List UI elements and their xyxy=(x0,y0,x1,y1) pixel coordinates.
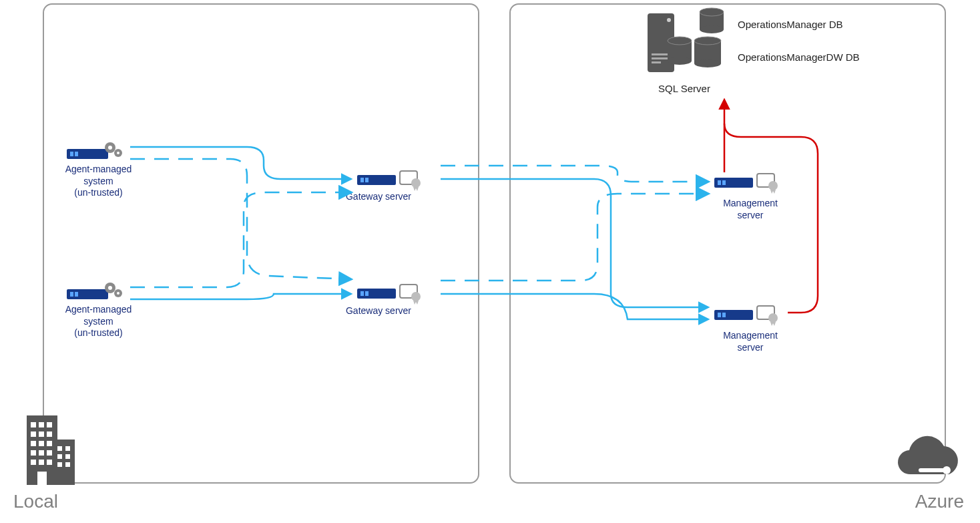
mgmt2-label: Management server xyxy=(710,330,790,353)
zone-azure-label: Azure xyxy=(915,491,964,512)
sql-server-label: SQL Server xyxy=(654,83,714,94)
zone-azure xyxy=(509,3,946,484)
db2-label: OperationsManagerDW DB xyxy=(738,51,860,63)
db1-label: OperationsManager DB xyxy=(738,19,843,30)
gateway1-label: Gateway server xyxy=(342,191,415,203)
svg-rect-62 xyxy=(31,450,36,456)
mgmt1-label: Management server xyxy=(710,198,790,221)
zone-local xyxy=(43,3,479,484)
svg-rect-65 xyxy=(31,460,36,465)
zone-local-label: Local xyxy=(13,491,58,512)
gateway2-label: Gateway server xyxy=(342,305,415,317)
svg-rect-59 xyxy=(31,441,36,446)
agent1-label: Agent-managed system (un-trusted) xyxy=(57,164,140,199)
svg-rect-56 xyxy=(31,431,36,437)
svg-rect-53 xyxy=(31,422,36,427)
agent2-label: Agent-managed system (un-trusted) xyxy=(57,304,140,339)
